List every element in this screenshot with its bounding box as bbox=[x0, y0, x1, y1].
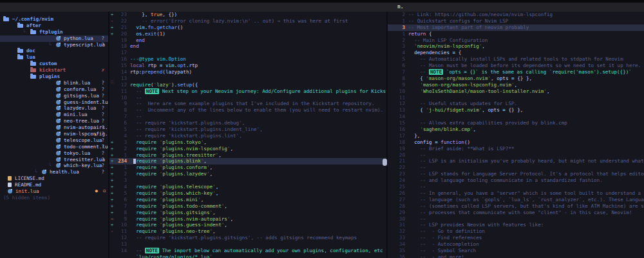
code-line[interactable]: 26 -- In general, you have a "server" wh… bbox=[388, 190, 644, 197]
tree-item-after[interactable]: after bbox=[0, 23, 109, 29]
tree-item-lazydev.lua[interactable]: lazydev.lua? bbox=[0, 105, 109, 112]
code-line[interactable]: 6 -- require 'kickstart.plugins.debug', bbox=[109, 120, 386, 126]
code-line[interactable]: 1return { bbox=[388, 31, 644, 37]
code-line[interactable]: 7 -- NOTE `opts = {}` is the same as cal… bbox=[388, 69, 644, 75]
tree-item-license.md[interactable]: LICENSE.md bbox=[0, 175, 109, 182]
code-line[interactable]: 21 -- LSP is an initialism you've probab… bbox=[388, 158, 644, 164]
tree-item-health.lua[interactable]: └health.lua? bbox=[0, 169, 109, 175]
scrollbar-thumb[interactable] bbox=[383, 159, 387, 166]
tree-item-kickstart[interactable]: kickstart✗ bbox=[0, 67, 109, 74]
tree-item-neo-tree.lua[interactable]: neo-tree.lua? bbox=[0, 118, 109, 124]
code-line[interactable]: +6 require 'plugins.mini', bbox=[109, 197, 386, 203]
tree-item-blink.lua[interactable]: blink.lua? bbox=[0, 80, 109, 86]
code-line[interactable]: +8 require 'plugins.gitsigns', bbox=[109, 210, 386, 216]
code-line[interactable]: 2-- Link: https://github.com/neovim/nvim… bbox=[388, 12, 644, 18]
code-line[interactable]: 35 -- - Symbol Search bbox=[388, 248, 644, 254]
code-line[interactable]: +7 require 'plugins.todo-comment', bbox=[109, 203, 386, 210]
code-line[interactable]: 25 -- bbox=[388, 184, 644, 190]
code-line[interactable]: +10 require 'plugins.guess-indent', bbox=[109, 222, 386, 228]
titlebar[interactable]: n. bbox=[0, 3, 644, 12]
tree-item-doc[interactable]: doc bbox=[0, 48, 109, 54]
code-line[interactable]: 17 bbox=[109, 50, 386, 56]
tree-item-typescript.lua[interactable]: └typescript.lua? bbox=[0, 42, 109, 48]
tree-item-lua[interactable]: lua bbox=[0, 54, 109, 61]
code-line[interactable]: +21 vim.fn.getchar() bbox=[109, 25, 386, 31]
code-line[interactable]: 10 'WhoIsSethDaniel/mason-tool-installer… bbox=[388, 88, 644, 95]
code-line[interactable]: 7 -- bbox=[109, 114, 386, 120]
tree-item-readme.md[interactable]: README.md bbox=[0, 182, 109, 188]
code-line[interactable]: 13 { 'j-hui/fidget.nvim', opts = {} }, bbox=[388, 107, 644, 114]
code-line[interactable]: 11 -- NOTE Next step on your Neovim jour… bbox=[109, 88, 386, 95]
code-line[interactable]: 20 -- bbox=[388, 152, 644, 159]
code-line[interactable]: 16---@type vim.Option bbox=[109, 56, 386, 63]
code-line[interactable]: 36 -- - and more! bbox=[388, 254, 644, 258]
tree-item-tokyo.lua[interactable]: tokyo.lua? bbox=[0, 150, 109, 157]
code-line[interactable]: ‾12require('lazy').setup({ bbox=[109, 82, 386, 88]
code-line[interactable]: ~9 require 'plugins.nvim-autopairs', bbox=[109, 216, 386, 223]
code-line[interactable]: 32 -- - Go to definition bbox=[388, 228, 644, 235]
code-line[interactable]: 15local rtp = vim.opt.rtp bbox=[109, 63, 386, 69]
code-line[interactable]: 4 -- require 'kickstart.plugins.lint', bbox=[109, 133, 386, 139]
code-line[interactable]: 24 -- and language tooling communicate i… bbox=[388, 177, 644, 184]
tree-item-nvim-lspconfig.lua[interactable]: nvim-lspconfig.lua▲? bbox=[0, 131, 109, 137]
code-line[interactable]: +2 require 'plugins.lazydev', bbox=[109, 171, 386, 177]
code-line[interactable]: 12 -- require 'kickstart.plugins.gitsign… bbox=[109, 235, 386, 241]
tree-item-mini.lua[interactable]: mini.lua? bbox=[0, 112, 109, 118]
tree-item--.config-nvim[interactable]: ~/.config/nvim bbox=[0, 16, 109, 23]
code-line[interactable]: +2 require 'plugins.nvim-lspconfig', bbox=[109, 146, 386, 152]
tree-item-python.lua[interactable]: python.lua? bbox=[0, 35, 109, 42]
code-line[interactable]: 29 -- processes that communicate with so… bbox=[388, 210, 644, 216]
code-line[interactable]: 1-- Quickstart configs for Nvim LSP bbox=[388, 18, 644, 25]
tree-item-ftplugin[interactable]: └ftplugin bbox=[0, 29, 109, 35]
code-line[interactable]: +4 require 'plugins.telescope', bbox=[109, 184, 386, 190]
code-line[interactable]: 22 -- bbox=[388, 164, 644, 171]
tree-item--5-hidden-items-[interactable]: (5 hidden items) bbox=[0, 195, 109, 201]
code-line[interactable]: +5 require 'plugins.which-key', bbox=[109, 190, 386, 197]
code-line[interactable]: 16 'saghen/blink.cmp', bbox=[388, 126, 644, 133]
code-line[interactable]: 9 -- Here are some example plugins that … bbox=[109, 101, 386, 107]
code-line[interactable]: 30 -- bbox=[388, 216, 644, 223]
tree-item-guess-indent.lua[interactable]: guess-indent.lua? bbox=[0, 99, 109, 106]
code-line[interactable]: 3 'neovim/nvim-lspconfig', bbox=[388, 43, 644, 50]
tree-item-telescope.lua[interactable]: telescope.lua? bbox=[0, 137, 109, 144]
code-line[interactable]: 28 -- (sometimes called LSP servers, but… bbox=[388, 203, 644, 210]
code-line[interactable]: 4 dependencies = { bbox=[388, 50, 644, 56]
code-line[interactable]: -22 -- error('Error cloning lazy.nvim:\n… bbox=[109, 18, 386, 25]
code-line[interactable]: +3 require 'plugins.tokyo', bbox=[109, 139, 386, 146]
code-line[interactable]: +23 }, true, {}) bbox=[109, 12, 386, 18]
code-line[interactable]: +1 require 'plugins.treesitter', bbox=[109, 152, 386, 159]
code-line[interactable]: 18end bbox=[109, 43, 386, 50]
code-line[interactable]: +20 os.exit(1) bbox=[109, 31, 386, 37]
tree-item-init.lua[interactable]: init.lua● ◻ bbox=[0, 188, 109, 195]
code-line[interactable]: 23 -- LSP stands for Language Server Pro… bbox=[388, 171, 644, 177]
code-line[interactable]: 6 -- Mason must be loaded before its dep… bbox=[388, 63, 644, 69]
code-line[interactable]: 27 -- language (such as `gopls`, `lua_ls… bbox=[388, 197, 644, 203]
code-line[interactable]: 31 -- LSP provides Neovim with features … bbox=[388, 222, 644, 228]
code-line[interactable]: 9 'mason-org/mason-lspconfig.nvim', bbox=[388, 82, 644, 88]
tree-item-plugins[interactable]: plugins bbox=[0, 74, 109, 80]
code-line[interactable]: 18 config = function() bbox=[388, 139, 644, 146]
code-line[interactable]: 14 -- NOTE The import below can automati… bbox=[109, 248, 386, 254]
tree-item-todo-comment.lua[interactable]: todo-comment.lua? bbox=[0, 144, 109, 150]
code-line[interactable]: 10 -- bbox=[109, 95, 386, 101]
tree-item-nvim-autopairs.lua[interactable]: nvim-autopairs.lua? bbox=[0, 124, 109, 131]
code-line[interactable]: _13 bbox=[109, 75, 386, 82]
code-line[interactable]: `lua/custom/plugins/*.lua` bbox=[109, 254, 386, 258]
code-line[interactable]: 2 -- Main LSP Configuration bbox=[388, 37, 644, 44]
code-line[interactable]: 33 -- - Find references bbox=[388, 235, 644, 241]
code-line[interactable]: 17 }, bbox=[388, 133, 644, 139]
code-line[interactable]: 11 bbox=[388, 95, 644, 101]
tree-item-which-key.lua[interactable]: └which-key.lua? bbox=[0, 163, 109, 169]
code-line[interactable]: 8 { 'mason-org/mason.nvim', opts = {} }, bbox=[388, 75, 644, 82]
tree-item-conform.lua[interactable]: conform.lua? bbox=[0, 86, 109, 93]
tree-item-gitsigns.lua[interactable]: gitsigns.lua? bbox=[0, 93, 109, 99]
code-line[interactable]: 15 -- Allows extra capabilities provided… bbox=[388, 120, 644, 126]
code-line[interactable]: 19 -- Brief aside: **What is LSP?** bbox=[388, 146, 644, 152]
code-line[interactable]: 14rtp:prepend(lazypath) bbox=[109, 69, 386, 75]
tree-item-treesitter.lua[interactable]: treesitter.lua? bbox=[0, 157, 109, 163]
code-line[interactable]: 5 -- Automatically install LSPs and rela… bbox=[388, 56, 644, 63]
code-line[interactable]: 19 end bbox=[109, 37, 386, 44]
code-line[interactable]: 5 -- require 'kickstart.plugins.indent_l… bbox=[109, 126, 386, 133]
code-line[interactable]: +3 bbox=[109, 177, 386, 184]
code-line[interactable]: -11 require 'plugins.neo-tree', bbox=[109, 228, 386, 235]
